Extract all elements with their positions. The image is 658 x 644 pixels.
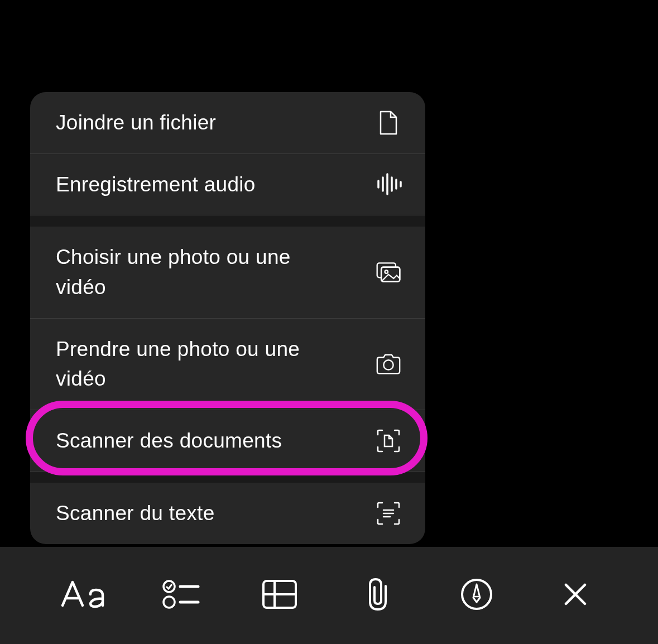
attach-menu: Joindre un fichier Enregistrement audio … xyxy=(30,92,425,544)
close-button[interactable] xyxy=(550,570,601,621)
audio-recording-item[interactable]: Enregistrement audio xyxy=(30,154,425,216)
camera-icon xyxy=(375,350,402,377)
table-button[interactable] xyxy=(254,570,305,621)
svg-point-15 xyxy=(164,581,175,592)
text-scanner-icon xyxy=(375,500,402,527)
text-format-icon xyxy=(59,578,106,613)
markup-button[interactable] xyxy=(452,570,502,621)
menu-item-label: Enregistrement audio xyxy=(56,170,256,200)
markup-pen-icon xyxy=(460,578,493,613)
menu-item-label: Scanner du texte xyxy=(56,498,215,528)
menu-item-label: Joindre un fichier xyxy=(56,108,216,138)
file-icon xyxy=(375,109,402,136)
document-scanner-icon xyxy=(375,427,402,454)
scan-text-item[interactable]: Scanner du texte xyxy=(30,483,425,544)
text-format-button[interactable] xyxy=(57,570,108,621)
bottom-toolbar xyxy=(0,547,658,644)
scan-documents-item[interactable]: Scanner des documents xyxy=(30,410,425,472)
table-icon xyxy=(261,579,298,612)
attachment-button[interactable] xyxy=(353,570,404,621)
svg-point-10 xyxy=(383,360,393,369)
attach-file-item[interactable]: Joindre un fichier xyxy=(30,92,425,154)
choose-photo-video-item[interactable]: Choisir une photo ou une vidéo xyxy=(30,227,425,318)
menu-item-label: Choisir une photo ou une vidéo xyxy=(56,242,335,302)
checklist-button[interactable] xyxy=(156,570,206,621)
menu-group-separator xyxy=(30,215,425,227)
menu-item-label: Prendre une photo ou une vidéo xyxy=(56,334,335,394)
close-icon xyxy=(563,581,588,609)
paperclip-icon xyxy=(364,576,392,615)
checklist-icon xyxy=(162,579,200,612)
photo-library-icon xyxy=(375,259,402,286)
waveform-icon xyxy=(375,171,402,198)
svg-point-17 xyxy=(164,597,175,608)
menu-group-separator xyxy=(30,472,425,483)
menu-item-label: Scanner des documents xyxy=(56,426,282,456)
take-photo-video-item[interactable]: Prendre une photo ou une vidéo xyxy=(30,319,425,410)
